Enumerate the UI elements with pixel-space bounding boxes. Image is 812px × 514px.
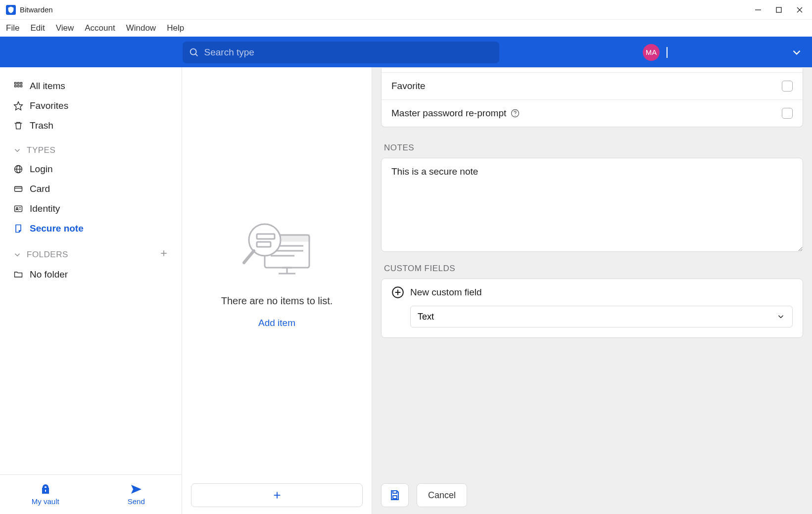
svg-rect-1 — [776, 7, 781, 12]
svg-rect-26 — [45, 490, 46, 492]
svg-line-5 — [195, 53, 197, 55]
window-maximize-button[interactable] — [775, 6, 782, 13]
svg-marker-13 — [14, 102, 23, 110]
sidebar-item-label: All items — [30, 81, 65, 92]
plus-icon — [272, 490, 283, 501]
sidebar-item-label: Secure note — [30, 223, 84, 234]
custom-fields-header: CUSTOM FIELDS — [381, 257, 803, 279]
custom-field-type-select[interactable]: Text — [410, 306, 793, 327]
globe-icon — [13, 164, 24, 175]
svg-line-38 — [244, 251, 254, 263]
sidebar-item-all-items[interactable]: All items — [0, 76, 182, 96]
reprompt-label: Master password re-prompt — [391, 108, 506, 119]
search-icon — [189, 47, 199, 58]
sidebar-item-login[interactable]: Login — [0, 159, 182, 179]
titlebar: Bitwarden — [0, 0, 812, 20]
section-label: FOLDERS — [27, 250, 68, 260]
menubar: File Edit View Account Window Help — [0, 20, 812, 37]
svg-rect-17 — [15, 187, 22, 191]
save-button[interactable] — [381, 483, 409, 507]
add-item-link[interactable]: Add item — [258, 318, 295, 328]
footer-tab-send[interactable]: Send — [91, 475, 182, 514]
footer-tab-label: My vault — [32, 497, 59, 506]
sidebar-item-trash[interactable]: Trash — [0, 116, 182, 136]
sidebar-item-card[interactable]: Card — [0, 179, 182, 199]
chevron-down-icon[interactable] — [790, 46, 803, 59]
card-icon — [13, 184, 24, 194]
sidebar-item-label: No folder — [30, 269, 68, 280]
sidebar-item-label: Card — [30, 184, 50, 194]
menu-file[interactable]: File — [6, 23, 19, 33]
save-icon — [389, 489, 401, 501]
svg-rect-46 — [393, 491, 397, 493]
svg-point-20 — [16, 208, 18, 209]
svg-rect-12 — [20, 85, 22, 87]
app-logo-icon — [6, 5, 16, 15]
search-input[interactable] — [183, 42, 499, 63]
note-icon — [13, 223, 24, 234]
divider-icon — [667, 47, 668, 58]
trash-icon — [13, 120, 24, 131]
new-custom-field-label: New custom field — [410, 287, 482, 298]
footer-tab-my-vault[interactable]: My vault — [0, 475, 91, 514]
sidebar-section-types[interactable]: TYPES — [0, 136, 182, 159]
add-item-button[interactable] — [191, 483, 363, 507]
menu-help[interactable]: Help — [167, 23, 184, 33]
window-close-button[interactable] — [796, 6, 803, 13]
sidebar-item-label: Identity — [30, 203, 60, 214]
menu-edit[interactable]: Edit — [30, 23, 45, 33]
add-folder-button[interactable] — [159, 248, 169, 261]
window-title: Bitwarden — [20, 5, 53, 14]
sidebar-item-label: Login — [30, 164, 53, 175]
window-minimize-button[interactable] — [755, 6, 762, 13]
grid-icon — [13, 81, 24, 92]
svg-rect-10 — [15, 85, 16, 87]
svg-point-42 — [515, 115, 516, 116]
favorite-checkbox[interactable] — [782, 81, 793, 92]
notes-header: NOTES — [381, 136, 803, 158]
detail-panel: Favorite Master password re-prompt NOTES… — [372, 67, 812, 514]
menu-account[interactable]: Account — [85, 23, 115, 33]
section-label: TYPES — [27, 145, 55, 155]
lock-icon — [40, 483, 51, 495]
favorite-label: Favorite — [391, 81, 426, 92]
reprompt-checkbox[interactable] — [782, 108, 793, 119]
svg-rect-9 — [20, 83, 22, 84]
send-icon — [130, 483, 142, 495]
empty-state-text: There are no items to list. — [221, 295, 333, 307]
menu-view[interactable]: View — [56, 23, 74, 33]
account-avatar[interactable]: MA — [643, 44, 660, 61]
footer-tab-label: Send — [128, 497, 145, 506]
star-icon — [13, 100, 24, 111]
sidebar: All items Favorites Trash TYPES Login Ca… — [0, 67, 182, 514]
chevron-down-icon — [776, 312, 785, 321]
svg-rect-7 — [15, 83, 16, 84]
select-value: Text — [418, 312, 434, 322]
sidebar-section-folders[interactable]: FOLDERS — [0, 238, 182, 265]
plus-circle-icon[interactable] — [391, 286, 404, 299]
window-controls — [755, 6, 806, 13]
sidebar-item-no-folder[interactable]: No folder — [0, 265, 182, 284]
help-icon[interactable] — [510, 108, 520, 118]
sidebar-item-identity[interactable]: Identity — [0, 199, 182, 219]
topbar: MA — [0, 37, 812, 67]
notes-textarea[interactable] — [381, 158, 803, 252]
sidebar-item-label: Favorites — [30, 100, 68, 111]
chevron-down-icon — [13, 250, 22, 259]
svg-point-4 — [190, 48, 196, 54]
sidebar-item-secure-note[interactable]: Secure note — [0, 219, 182, 238]
identity-icon — [13, 203, 24, 214]
svg-rect-47 — [393, 496, 397, 499]
folder-icon — [13, 269, 24, 280]
sidebar-item-favorites[interactable]: Favorites — [0, 96, 182, 116]
sidebar-item-label: Trash — [30, 120, 53, 131]
item-list: There are no items to list. Add item — [182, 67, 372, 514]
svg-rect-19 — [15, 206, 22, 212]
svg-rect-8 — [17, 83, 19, 84]
cancel-button[interactable]: Cancel — [417, 483, 467, 507]
empty-state-icon — [235, 215, 319, 284]
menu-window[interactable]: Window — [126, 23, 156, 33]
chevron-down-icon — [13, 146, 22, 155]
svg-rect-11 — [17, 85, 19, 87]
